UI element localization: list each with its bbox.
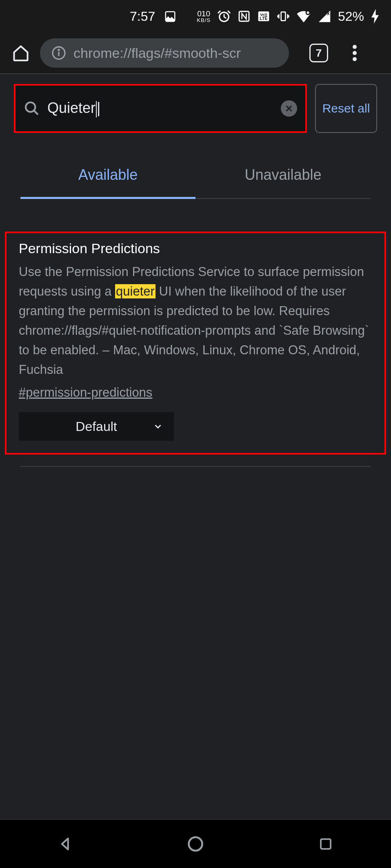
flag-select-value: Default [76, 419, 117, 434]
svg-point-15 [353, 57, 357, 61]
nfc-icon [238, 10, 251, 23]
svg-rect-21 [321, 839, 331, 849]
home-nav-button[interactable] [181, 830, 210, 858]
flag-title: Permission Predictions [19, 241, 372, 256]
tab-switcher-button[interactable]: 7 [309, 44, 328, 62]
chevron-down-icon [153, 421, 163, 432]
flag-card-permission-predictions: Permission Predictions Use the Permissio… [5, 232, 386, 455]
svg-point-8 [307, 11, 309, 14]
svg-point-14 [353, 51, 357, 55]
svg-point-16 [26, 102, 35, 112]
vibrate-icon [277, 10, 290, 23]
home-button[interactable] [10, 42, 32, 64]
search-box[interactable]: Quieter [14, 84, 307, 133]
network-speed-indicator: 010 KB/S [197, 10, 211, 23]
svg-line-17 [34, 110, 38, 115]
flag-description: Use the Permission Predictions Service t… [19, 262, 372, 380]
search-icon [24, 100, 40, 117]
photo-icon [164, 10, 176, 22]
recents-button[interactable] [311, 830, 340, 858]
search-input[interactable]: Quieter [47, 99, 273, 117]
svg-text:x: x [327, 10, 330, 16]
android-nav-bar [0, 819, 391, 868]
reset-all-button[interactable]: Reset all [315, 84, 377, 133]
browser-toolbar: chrome://flags/#smooth-scr 7 [0, 33, 391, 73]
divider [20, 466, 371, 467]
volte-icon: Vo))LTE [257, 10, 270, 23]
back-button[interactable] [51, 830, 80, 858]
svg-rect-6 [281, 12, 286, 20]
tabs: Available Unavailable [20, 155, 371, 199]
battery-percentage: 52% [338, 9, 364, 24]
tab-available[interactable]: Available [20, 155, 196, 198]
flag-anchor-link[interactable]: #permission-predictions [19, 385, 152, 400]
signal-icon: x [318, 10, 331, 22]
tab-count-value: 7 [316, 47, 322, 60]
svg-point-20 [189, 837, 202, 851]
status-time: 7:57 [130, 9, 155, 24]
charging-icon [371, 9, 380, 24]
svg-text:LTE: LTE [260, 16, 267, 21]
android-status-bar: 7:57 010 KB/S Vo))LTE x 52% [0, 0, 391, 33]
menu-button[interactable] [344, 42, 366, 64]
search-highlight: quieter [115, 284, 156, 298]
flag-select-dropdown[interactable]: Default [19, 412, 174, 441]
search-row: Quieter Reset all [0, 74, 391, 143]
page-content: Quieter Reset all Available Unavailable … [0, 73, 391, 467]
tab-unavailable[interactable]: Unavailable [196, 155, 371, 198]
alarm-icon [217, 9, 231, 23]
svg-point-13 [353, 45, 357, 49]
clear-search-button[interactable] [281, 100, 297, 117]
info-icon [51, 46, 66, 60]
wifi-icon [296, 10, 311, 22]
url-text: chrome://flags/#smooth-scr [73, 45, 241, 61]
svg-point-12 [58, 49, 59, 50]
url-bar[interactable]: chrome://flags/#smooth-scr [40, 38, 289, 68]
